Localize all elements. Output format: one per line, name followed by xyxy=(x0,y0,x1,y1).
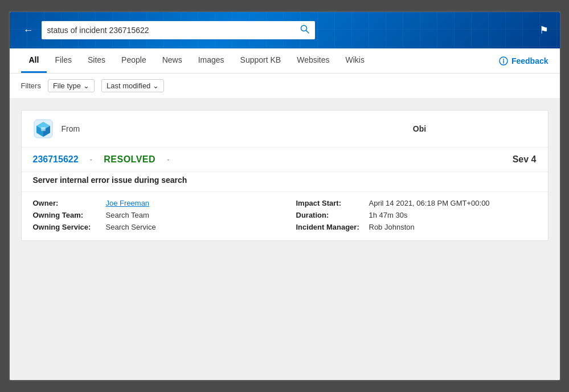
owning-service-key: Owning Service: xyxy=(33,223,101,231)
owning-team-value: Search Team xyxy=(106,211,149,219)
main-content: From Obi 236715622 - RESOLVED - Sev 4 Se… xyxy=(10,99,560,380)
last-modified-filter[interactable]: Last modified ⌄ xyxy=(101,79,164,92)
incident-manager-row: Incident Manager: Rob Johnston xyxy=(296,223,537,231)
owner-value[interactable]: Joe Freeman xyxy=(106,199,150,207)
severity-label: Sev 4 xyxy=(513,154,537,165)
duration-row: Duration: 1h 47m 30s xyxy=(296,211,537,219)
search-bar xyxy=(42,21,315,39)
tab-websites[interactable]: Websites xyxy=(289,48,337,73)
impact-start-row: Impact Start: April 14 2021, 06:18 PM GM… xyxy=(296,199,537,207)
incident-title: Server internal error issue during searc… xyxy=(22,172,548,192)
search-input[interactable] xyxy=(47,26,296,35)
tab-sites[interactable]: Sites xyxy=(80,48,113,73)
from-name: Obi xyxy=(303,124,537,133)
header: ← ⚑ xyxy=(10,12,560,48)
details-grid: Owner: Joe Freeman Impact Start: April 1… xyxy=(22,192,548,240)
tabs-list: All Files Sites People News Images Suppo… xyxy=(21,48,499,73)
tab-support-kb[interactable]: Support KB xyxy=(232,48,289,73)
duration-key: Duration: xyxy=(296,211,365,219)
tab-people[interactable]: People xyxy=(113,48,154,73)
last-modified-label: Last modified xyxy=(107,81,150,90)
tab-wikis[interactable]: Wikis xyxy=(338,48,372,73)
last-modified-chevron-icon: ⌄ xyxy=(153,81,159,90)
feedback-label: Feedback xyxy=(511,56,548,66)
tab-news[interactable]: News xyxy=(154,48,190,73)
incident-manager-value: Rob Johnston xyxy=(369,223,415,231)
obi-cube-icon xyxy=(33,119,54,139)
separator-1: - xyxy=(90,155,93,164)
owner-row: Owner: Joe Freeman xyxy=(33,199,273,207)
impact-start-key: Impact Start: xyxy=(296,199,365,207)
svg-rect-10 xyxy=(41,127,46,131)
search-icon-button[interactable] xyxy=(300,24,309,36)
result-card: From Obi 236715622 - RESOLVED - Sev 4 Se… xyxy=(21,110,548,241)
flag-button[interactable]: ⚑ xyxy=(539,24,548,36)
filters-bar: Filters File type ⌄ Last modified ⌄ xyxy=(10,74,560,99)
owning-team-row: Owning Team: Search Team xyxy=(33,211,273,219)
feedback-icon xyxy=(499,56,508,66)
separator-2: - xyxy=(167,155,170,164)
impact-start-value: April 14 2021, 06:18 PM GMT+00:00 xyxy=(369,199,490,207)
status-badge: RESOLVED xyxy=(104,154,155,165)
duration-value: 1h 47m 30s xyxy=(369,211,408,219)
filters-label: Filters xyxy=(21,81,41,90)
from-label: From xyxy=(62,124,295,133)
incident-id-link[interactable]: 236715622 xyxy=(33,154,79,165)
tabs-bar: All Files Sites People News Images Suppo… xyxy=(10,48,560,74)
owning-team-key: Owning Team: xyxy=(33,211,101,219)
tab-files[interactable]: Files xyxy=(47,48,80,73)
tab-all[interactable]: All xyxy=(21,48,47,73)
main-window: ← ⚑ All Files Sites People News Images S… xyxy=(9,11,561,381)
tab-images[interactable]: Images xyxy=(190,48,232,73)
incident-manager-key: Incident Manager: xyxy=(296,223,365,231)
file-type-filter[interactable]: File type ⌄ xyxy=(48,79,95,92)
svg-point-3 xyxy=(503,59,504,60)
file-type-chevron-icon: ⌄ xyxy=(83,81,89,90)
file-type-label: File type xyxy=(53,81,81,90)
owning-service-row: Owning Service: Search Service xyxy=(33,223,273,231)
owner-key: Owner: xyxy=(33,199,101,207)
feedback-button[interactable]: Feedback xyxy=(499,56,548,66)
from-row: From Obi xyxy=(22,111,548,148)
incident-row: 236715622 - RESOLVED - Sev 4 xyxy=(22,148,548,172)
owning-service-value: Search Service xyxy=(106,223,156,231)
search-icon xyxy=(300,24,309,34)
svg-line-1 xyxy=(306,31,309,34)
back-button[interactable]: ← xyxy=(21,22,36,39)
